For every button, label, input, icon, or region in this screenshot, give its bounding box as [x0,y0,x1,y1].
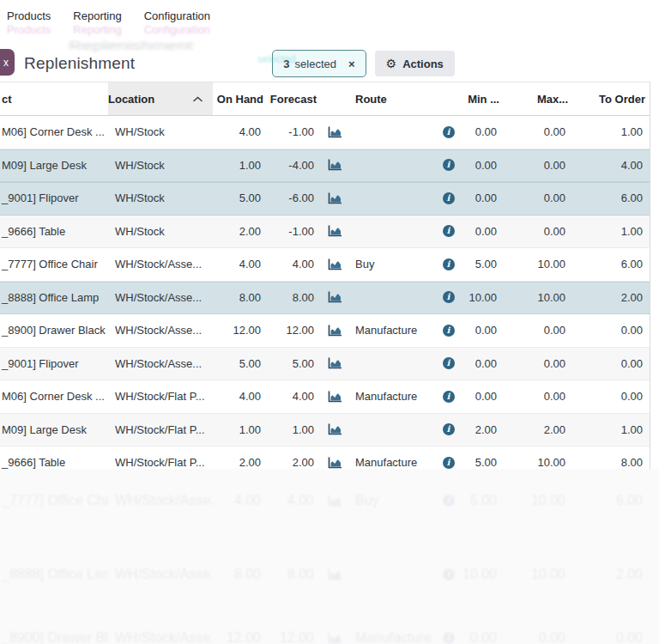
cell-product[interactable]: _9666] Table [0,225,108,238]
area-chart-icon[interactable] [321,126,347,138]
cell-min[interactable]: 5.00 [461,456,504,469]
cell-location[interactable]: WH/Stock/Flat P... [108,456,213,469]
cell-location[interactable]: WH/Stock/Asse... [108,324,213,337]
area-chart-icon[interactable] [321,325,347,337]
cell-product[interactable]: _9666] Table [0,456,108,469]
area-chart-icon[interactable] [321,291,347,303]
cell-location[interactable]: WH/Stock/Asse... [108,493,213,508]
area-chart-icon[interactable] [321,225,347,237]
cell-min[interactable]: 0.00 [461,159,504,172]
col-header-max[interactable]: Max... [504,93,572,106]
cell-min[interactable]: 10.00 [461,291,504,304]
cell-route[interactable]: Buy [347,493,436,508]
col-header-route[interactable]: Route [347,93,436,106]
cell-min[interactable]: 5.00 [461,493,504,508]
cell-product[interactable]: M09] Large Desk [0,159,108,172]
cell-location[interactable]: WH/Stock/Asse... [108,567,213,582]
cell-location[interactable]: WH/Stock [108,191,213,204]
menu-item-products[interactable]: Products [7,9,51,22]
info-icon[interactable]: i [436,632,461,644]
cell-max[interactable]: 10.00 [504,567,572,582]
cell-product[interactable]: M06] Corner Desk ... [0,125,108,138]
cell-to-order[interactable]: 6.00 [572,258,650,270]
area-chart-icon[interactable] [321,423,347,435]
cell-max[interactable]: 0.00 [504,125,572,138]
area-chart-icon[interactable] [321,457,347,469]
info-icon[interactable]: i [436,495,461,507]
cell-location[interactable]: WH/Stock [108,159,213,172]
info-icon[interactable]: i [436,192,461,204]
area-chart-icon[interactable] [321,568,347,580]
cell-to-order[interactable]: 6.00 [572,191,650,204]
cell-min[interactable]: 0.00 [461,225,504,238]
cell-min[interactable]: 0.00 [461,324,504,337]
menu-item-reporting[interactable]: Reporting [73,9,121,22]
cell-max[interactable]: 2.00 [504,423,572,436]
cell-to-order[interactable]: 1.00 [572,225,650,238]
col-header-product[interactable]: ct [0,93,108,106]
area-chart-icon[interactable] [321,357,347,369]
cell-max[interactable]: 10.00 [504,493,572,508]
cell-product[interactable]: _8888] Office Lamp [0,567,108,582]
actions-button[interactable]: ⚙ Actions [375,51,455,76]
cell-route[interactable]: Manufacture [347,630,436,644]
cell-to-order[interactable]: 2.00 [572,567,650,582]
area-chart-icon[interactable] [321,391,347,403]
col-header-forecast[interactable]: Forecast [268,93,321,106]
cell-to-order[interactable]: 0.00 [572,357,650,370]
cell-route[interactable]: Manufacture [347,324,436,337]
table-row[interactable]: _9001] Flipover WH/Stock 5.00 -6.00 i 0.… [0,182,650,216]
col-header-location[interactable]: Location [108,82,213,115]
cell-location[interactable]: WH/Stock/Flat P... [108,423,213,436]
cell-min[interactable]: 0.00 [461,191,504,204]
cell-location[interactable]: WH/Stock/Asse... [108,291,213,304]
cell-max[interactable]: 10.00 [504,456,572,469]
cell-max[interactable]: 10.00 [504,258,572,270]
table-row[interactable]: _7777] Office Chair WH/Stock/Asse... 4.0… [0,248,650,282]
table-row[interactable]: _8900] Drawer Black WH/Stock/Asse... 12.… [0,314,650,348]
cell-to-order[interactable]: 1.00 [572,125,650,138]
col-header-on-hand[interactable]: On Hand [213,93,268,106]
cell-min[interactable]: 10.00 [461,567,504,582]
cell-product[interactable]: M06] Corner Desk ... [0,390,108,403]
cell-to-order[interactable]: 6.00 [572,493,650,508]
cell-to-order[interactable]: 2.00 [572,291,650,304]
col-header-min[interactable]: Min ... [461,93,504,106]
cell-location[interactable]: WH/Stock/Asse... [108,258,213,270]
cell-min[interactable]: 0.00 [461,390,504,403]
info-icon[interactable]: i [436,357,461,369]
cell-product[interactable]: _8900] Drawer Black [0,324,108,337]
area-chart-icon[interactable] [321,495,347,507]
col-header-to-order[interactable]: To Order [572,93,650,106]
cell-max[interactable]: 0.00 [504,225,572,238]
cell-max[interactable]: 0.00 [504,324,572,337]
cell-route[interactable]: Buy [347,258,436,270]
table-row[interactable]: M09] Large Desk WH/Stock 1.00 -4.00 i 0.… [0,149,650,183]
cell-product[interactable]: _8888] Office Lamp [0,291,108,304]
area-chart-icon[interactable] [321,192,347,204]
cell-product[interactable]: M09] Large Desk [0,423,108,436]
cell-route[interactable]: Manufacture [347,390,436,403]
cell-location[interactable]: WH/Stock [108,125,213,138]
info-icon[interactable]: i [436,159,461,171]
cell-max[interactable]: 0.00 [504,630,572,644]
area-chart-icon[interactable] [321,632,347,644]
cell-to-order[interactable]: 1.00 [572,423,650,436]
cell-min[interactable]: 0.00 [461,357,504,370]
cell-max[interactable]: 0.00 [504,191,572,204]
cell-to-order[interactable]: 0.00 [572,390,650,403]
info-icon[interactable]: i [436,325,461,337]
info-icon[interactable]: i [436,568,461,580]
cell-product[interactable]: _9001] Flipover [0,357,108,370]
cell-to-order[interactable]: 0.00 [572,630,650,644]
cell-product[interactable]: _7777] Office Chair [0,493,108,508]
table-row[interactable]: M06] Corner Desk ... WH/Stock 4.00 -1.00… [0,116,650,149]
table-row[interactable]: M09] Large Desk WH/Stock/Flat P... 1.00 … [0,414,650,447]
cell-product[interactable]: _7777] Office Chair [0,258,108,270]
clear-selection-button[interactable]: × [348,58,355,70]
cell-min[interactable]: 0.00 [461,125,504,138]
info-icon[interactable]: i [436,457,461,469]
cell-max[interactable]: 10.00 [504,291,572,304]
area-chart-icon[interactable] [321,258,347,270]
area-chart-icon[interactable] [321,159,347,171]
